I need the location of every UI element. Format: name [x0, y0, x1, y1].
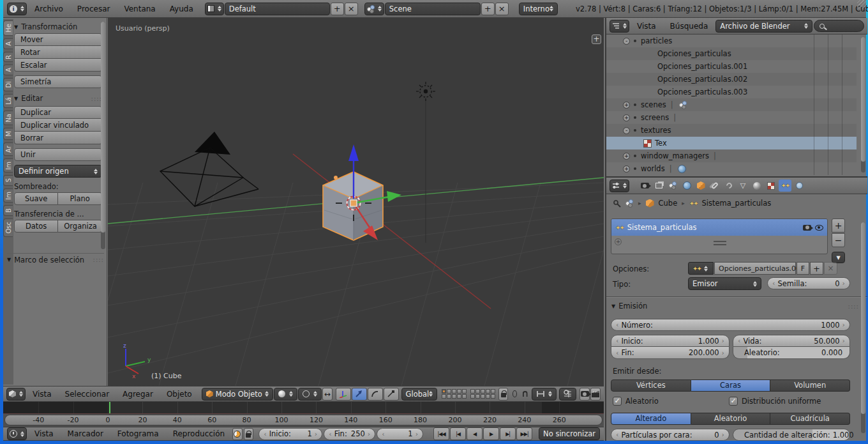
tool-tab-a-3[interactable]: A [3, 65, 13, 75]
menu-busqueda[interactable]: Búsqueda [664, 19, 715, 34]
outliner-item-Opciones_particulas.001[interactable]: Opciones_particulas.001 [606, 60, 857, 73]
menu-ventana[interactable]: Ventana [117, 1, 161, 17]
plano-button[interactable]: Plano [58, 192, 102, 205]
remove-particle-system-button[interactable]: − [832, 233, 845, 247]
vida-field[interactable]: ‹Vida:50.000› [733, 335, 850, 347]
layer-cell[interactable] [457, 394, 461, 399]
emit-vertices-toggle[interactable]: Vértices [611, 379, 691, 392]
add-particle-system-button[interactable]: + [832, 218, 845, 233]
menu-objeto[interactable]: Objeto [160, 387, 198, 402]
opengl-animation-button[interactable] [590, 388, 601, 401]
add-layout-button[interactable]: + [331, 3, 344, 15]
timeline-tracks[interactable] [3, 402, 604, 414]
tab-physics-icon[interactable] [793, 180, 805, 192]
outliner-item-Tex[interactable]: Tex [606, 137, 857, 149]
dist-aleatorio-toggle[interactable]: Aleatorio [691, 413, 771, 425]
add-scene-button[interactable]: + [481, 3, 495, 15]
screen-layout-icon-button[interactable] [205, 3, 224, 15]
layer-cell[interactable] [462, 394, 467, 399]
layer-cell[interactable] [462, 389, 467, 394]
tool-tab-na-6[interactable]: Na [3, 111, 13, 126]
settings-name-field[interactable]: Opciones_particulas.003 [714, 262, 796, 275]
mover-button[interactable]: Mover [14, 33, 102, 46]
tool-tab-b-12[interactable]: B [3, 205, 13, 216]
expand-icon[interactable]: + [623, 102, 630, 109]
pivot-dropdown[interactable] [298, 388, 322, 401]
layers-widget[interactable] [442, 389, 495, 399]
dist-cuadricula-toggle[interactable]: Cuadrícula [770, 413, 850, 425]
manipulator-center[interactable] [350, 200, 357, 206]
tool-shelf-scrollbar[interactable] [101, 22, 105, 249]
particulas-por-cara-field[interactable]: ‹Partículas por cara:0› [611, 429, 730, 441]
layer-cell[interactable] [452, 389, 456, 394]
simetria-button[interactable]: Simetría [14, 75, 102, 88]
tool-tab-he-0[interactable]: He [3, 20, 13, 36]
close-layout-button[interactable]: × [345, 3, 358, 15]
render-engine-select[interactable]: Interno [519, 3, 558, 15]
outliner-item-Opciones_particulas[interactable]: Opciones_particulas [606, 47, 857, 60]
menu-seleccionar[interactable]: Seleccionar [59, 387, 116, 402]
layer-cell[interactable] [491, 394, 495, 399]
collapse-icon[interactable]: - [623, 127, 630, 134]
layer-cell[interactable] [447, 389, 451, 394]
manipulator-toggle-button[interactable] [336, 388, 351, 401]
menu-agregar[interactable]: Agregar [116, 387, 160, 402]
panel-drag-dots[interactable]: :::: [848, 303, 859, 310]
pivot-align-icon-button[interactable]: ↔ [322, 388, 333, 401]
outliner-item-worlds[interactable]: +worlds| [606, 162, 857, 175]
outliner-item-textures[interactable]: -textures [606, 124, 857, 137]
render-toggle-icon[interactable] [803, 225, 811, 231]
outliner-item-window_managers[interactable]: +window_managers| [606, 149, 857, 162]
layer-cell[interactable] [442, 389, 446, 394]
layer-cell[interactable] [475, 394, 480, 399]
tool-tab-a-1[interactable]: A [3, 38, 13, 49]
fake-user-button[interactable]: F [797, 262, 809, 275]
panel-header-emission[interactable]: ▼ Emisión :::: [611, 300, 859, 312]
play-button[interactable]: ▶ [483, 427, 499, 440]
collapse-icon[interactable]: - [623, 38, 630, 45]
menu-vista-outliner[interactable]: Vista [631, 19, 662, 34]
tab-modifiers-icon[interactable] [722, 180, 735, 192]
scale-manipulator-button[interactable] [384, 388, 399, 401]
rotate-manipulator-button[interactable] [368, 388, 383, 401]
play-reverse-button[interactable]: ◀ [467, 427, 483, 440]
inicio-field[interactable]: ‹Inicio:1.000› [611, 335, 730, 347]
breadcrumb-data-name[interactable]: Sistema_particulas [702, 199, 772, 208]
menu-vista-timeline[interactable]: Vista [28, 426, 60, 441]
breadcrumb-particles-icon[interactable]: ✦✦ [689, 200, 698, 207]
properties-scrollbar[interactable] [861, 222, 865, 433]
tab-constraints-icon[interactable] [708, 180, 721, 192]
proportional-edit-icon[interactable] [513, 390, 518, 397]
menu-marcador[interactable]: Marcador [61, 426, 110, 441]
outliner-search-field[interactable] [814, 20, 864, 32]
menu-ayuda[interactable]: Ayuda [163, 1, 200, 17]
current-frame-field[interactable]: ‹1› [377, 428, 423, 440]
layer-cell[interactable] [470, 394, 475, 399]
layer-cell[interactable] [475, 389, 480, 394]
snap-magnet-icon[interactable] [523, 391, 528, 397]
duplicar-button[interactable]: Duplicar [14, 106, 102, 119]
outliner-item-particles[interactable]: -particles [606, 34, 857, 47]
definir-origen-dropdown[interactable]: Definir origen [14, 165, 102, 178]
editor-type-button-properties[interactable] [610, 180, 629, 192]
editor-type-button-info[interactable]: i [7, 3, 27, 15]
tool-tab-r-2[interactable]: R [3, 52, 13, 63]
screen-layout-field[interactable]: Default [225, 3, 330, 15]
tool-tab-im-9[interactable]: Im [3, 158, 13, 173]
tool-tab-osc-13[interactable]: Osc [3, 218, 13, 237]
menu-procesar[interactable]: Procesar [71, 1, 117, 17]
panel-header-border-select[interactable]: ▼Marco de selección:::: [7, 253, 104, 266]
prev-keyframe-button[interactable]: |◀ [450, 427, 466, 440]
rotar-button[interactable]: Rotar [14, 46, 102, 59]
panel-header-transform[interactable]: ▼Transformación [14, 20, 102, 33]
outliner-item-Opciones_particulas.003[interactable]: Opciones_particulas.003 [606, 86, 857, 98]
frame-end-field[interactable]: ‹Fin:250› [324, 428, 375, 440]
tab-material-icon[interactable] [751, 180, 763, 192]
suave-button[interactable]: Suave [14, 192, 58, 205]
dist-alterado-toggle-active[interactable]: Alterado [611, 413, 691, 425]
tool-tab-di-4[interactable]: Di [3, 78, 13, 91]
editor-type-button-outliner[interactable] [610, 20, 629, 33]
scene-name-field[interactable]: Scene [385, 3, 481, 15]
cantidad-alteracion-slider[interactable]: Cantidad de alteración:1.000 [733, 429, 850, 441]
outliner-scrollbar[interactable] [861, 37, 865, 172]
